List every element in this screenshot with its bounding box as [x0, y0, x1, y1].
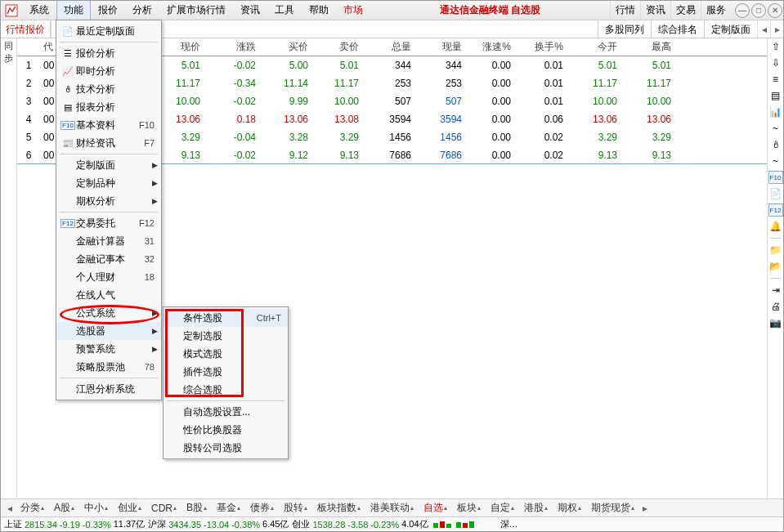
menu-item-7[interactable]: 帮助	[302, 0, 336, 20]
subbar-scroll-right[interactable]: ▸	[770, 20, 783, 38]
menu-entry-策略股票池[interactable]: 策略股票池78	[56, 358, 161, 376]
right-tool-icon-0[interactable]: ⇧	[769, 40, 782, 53]
col-header-7[interactable]: 卖价	[311, 40, 362, 54]
menu-entry-公式系统[interactable]: 公式系统▶	[56, 304, 161, 322]
right-tool-icon-8[interactable]: F10	[768, 171, 783, 184]
menu-entry-基本资料[interactable]: F10基本资料F10	[56, 116, 161, 134]
menu-entry-技术分析[interactable]: 🕯技术分析	[56, 80, 161, 98]
bottom-tab-5[interactable]: B股▴	[181, 501, 212, 515]
bottom-tab-9[interactable]: 板块指数▴	[312, 501, 365, 515]
bottom-tab-14[interactable]: 港股▴	[519, 501, 553, 515]
menu-entry-交易委托[interactable]: F12交易委托F12	[56, 214, 161, 232]
menu-item-4[interactable]: 扩展市场行情	[159, 0, 233, 20]
menu-item-8[interactable]: 市场	[336, 0, 370, 20]
col-header-9[interactable]: 现量	[414, 40, 465, 54]
bottom-tab-1[interactable]: A股▴	[49, 501, 79, 515]
bottom-tab-2[interactable]: 中小▴	[79, 501, 113, 515]
menu-entry-期权分析[interactable]: 期权分析▶	[56, 192, 161, 210]
submenu-entry-2[interactable]: 模式选股	[164, 345, 288, 363]
right-tool-icon-11[interactable]: 🔔	[769, 220, 782, 233]
bottom-tab-12[interactable]: 板块▴	[452, 501, 486, 515]
right-tool-icon-4[interactable]: 📊	[769, 105, 782, 118]
minimize-button[interactable]: —	[735, 3, 750, 18]
submenu-entry-3[interactable]: 插件选股	[164, 363, 288, 381]
menu-item-2[interactable]: 报价	[91, 0, 125, 20]
bottom-tab-0[interactable]: 分类▴	[16, 501, 49, 515]
col-header-10[interactable]: 涨速%	[465, 40, 514, 54]
sub-tab-0[interactable]: 多股同列	[598, 20, 651, 38]
right-tool-icon-3[interactable]: ▤	[769, 89, 782, 102]
menu-item-1[interactable]: 功能	[56, 0, 91, 20]
bottom-tab-7[interactable]: 债券▴	[245, 501, 279, 515]
menu-item-3[interactable]: 分析	[125, 0, 159, 20]
menu-entry-报表分析[interactable]: ▤报表分析	[56, 98, 161, 116]
col-header-5[interactable]: 涨跌	[204, 40, 259, 54]
menu-item-0[interactable]: 系统	[22, 0, 56, 20]
submenu-entry-0[interactable]: 条件选股Ctrl+T	[164, 309, 288, 327]
right-tool-icon-2[interactable]: ≡	[769, 73, 782, 86]
bottom-tab-13[interactable]: 自定▴	[486, 501, 519, 515]
titlebar-right-1[interactable]: 资讯	[640, 1, 670, 20]
right-tool-icon-17[interactable]: 🖨	[769, 300, 782, 313]
sub-tab-1[interactable]: 综合排名	[651, 20, 704, 38]
bottom-tab-16[interactable]: 期货现货▴	[586, 501, 639, 515]
submenu-entry-8[interactable]: 股转公司选股	[164, 439, 288, 457]
right-tool-icon-10[interactable]: F12	[768, 203, 783, 217]
col-header-11[interactable]: 换手%	[514, 40, 567, 54]
titlebar-right-3[interactable]: 服务	[701, 1, 731, 20]
menu-entry-金融记事本[interactable]: 金融记事本32	[56, 250, 161, 268]
menu-entry-在线人气[interactable]: 在线人气	[56, 286, 161, 304]
submenu-entry-1[interactable]: 定制选股	[164, 327, 288, 345]
submenu-entry-6[interactable]: 自动选股设置...	[164, 403, 288, 421]
bottom-tab-3[interactable]: 创业▴	[113, 501, 146, 515]
bottom-tab-prev[interactable]: ◂	[4, 503, 16, 514]
menu-entry-选股器[interactable]: 选股器▶	[56, 322, 161, 340]
menu-entry-个人理财[interactable]: 个人理财18	[56, 268, 161, 286]
submenu-entry-7[interactable]: 性价比换股器	[164, 421, 288, 439]
maximize-button[interactable]: □	[751, 3, 766, 18]
sub-tab-2[interactable]: 定制版面	[704, 20, 757, 38]
right-tool-icon-9[interactable]: 📄	[769, 187, 782, 200]
col-header-13[interactable]: 最高	[620, 40, 674, 54]
bottom-tab-15[interactable]: 期权▴	[553, 501, 586, 515]
bottom-tab-8[interactable]: 股转▴	[279, 501, 312, 515]
menu-entry-预警系统[interactable]: 预警系统▶	[56, 340, 161, 358]
status-segment-2[interactable]: 创业1538.28-3.58-0.23%4.04亿	[292, 518, 428, 530]
menu-item-6[interactable]: 工具	[267, 0, 302, 20]
titlebar-right-2[interactable]: 交易	[670, 1, 701, 20]
menu-entry-即时分析[interactable]: 📈即时分析	[56, 62, 161, 80]
subbar-scroll-left[interactable]: ◂	[757, 20, 770, 38]
menu-entry-定制版面[interactable]: 定制版面▶	[56, 156, 161, 174]
sync-label[interactable]: 同步	[1, 40, 16, 65]
close-button[interactable]: ✕	[768, 3, 782, 18]
cell: 0.00	[465, 150, 514, 161]
right-tool-icon-13[interactable]: 📁	[769, 244, 782, 257]
right-tool-icon-6[interactable]: 🕯	[769, 138, 782, 151]
menu-entry-最近定制版面[interactable]: 📄最近定制版面	[56, 22, 161, 40]
menu-entry-财经资讯[interactable]: 📰财经资讯F7	[56, 134, 161, 152]
col-header-8[interactable]: 总量	[362, 40, 414, 54]
bottom-tab-6[interactable]: 基金▴	[212, 501, 245, 515]
col-header-6[interactable]: 买价	[259, 40, 311, 54]
col-header-12[interactable]: 今开	[567, 40, 620, 54]
submenu-entry-4[interactable]: 综合选股	[164, 381, 288, 399]
bottom-tab-11[interactable]: 自选▴	[419, 501, 452, 515]
right-tool-icon-14[interactable]: 📂	[769, 260, 782, 273]
right-tool-icon-16[interactable]: ⇥	[769, 284, 782, 297]
subbar-left-tab[interactable]: 行情报价	[1, 20, 51, 38]
status-segment-1[interactable]: 沪深3434.35-13.04-0.38%6.45亿	[148, 518, 289, 530]
right-tool-icon-5[interactable]: ~	[769, 122, 782, 135]
right-tool-icon-18[interactable]: 📷	[769, 316, 782, 329]
right-tool-icon-1[interactable]: ⇩	[769, 56, 782, 69]
bottom-tab-10[interactable]: 港美联动▴	[365, 501, 419, 515]
menu-entry-江恩分析系统[interactable]: 江恩分析系统	[56, 380, 161, 398]
titlebar-right-0[interactable]: 行情	[610, 1, 640, 20]
right-tool-icon-7[interactable]: ~	[769, 154, 782, 168]
menu-entry-定制品种[interactable]: 定制品种▶	[56, 174, 161, 192]
menu-entry-金融计算器[interactable]: 金融计算器31	[56, 232, 161, 250]
menu-item-5[interactable]: 资讯	[233, 0, 267, 20]
bottom-tab-next[interactable]: ▸	[639, 503, 651, 514]
bottom-tab-4[interactable]: CDR▴	[146, 503, 181, 514]
menu-entry-报价分析[interactable]: ☰报价分析	[56, 44, 161, 62]
status-segment-0[interactable]: 上证2815.34-9.19-0.33%11.37亿	[4, 518, 145, 530]
